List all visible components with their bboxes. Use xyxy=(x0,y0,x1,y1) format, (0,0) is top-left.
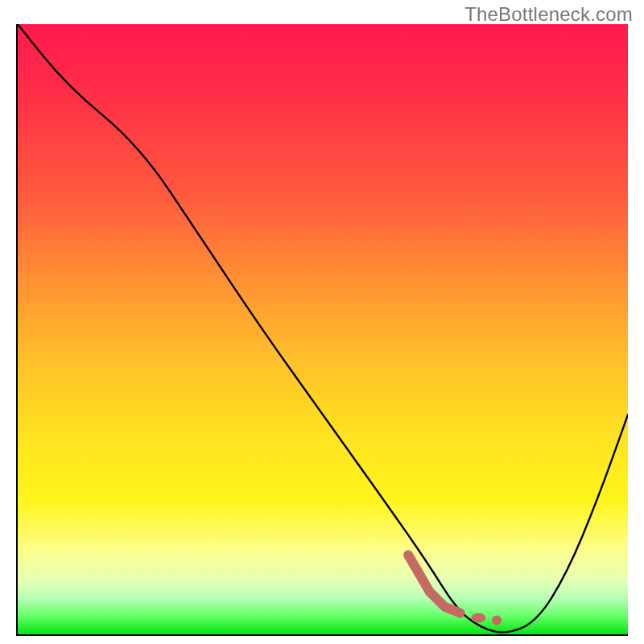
chart-stage: TheBottleneck.com xyxy=(0,0,644,644)
accent-dot xyxy=(471,613,485,623)
accent-dot xyxy=(492,616,502,625)
plot-area xyxy=(16,24,628,636)
watermark-text: TheBottleneck.com xyxy=(464,3,633,26)
accent-elbow-segment xyxy=(408,555,460,613)
chart-overlay-svg xyxy=(18,24,628,634)
bottleneck-curve xyxy=(18,24,628,632)
